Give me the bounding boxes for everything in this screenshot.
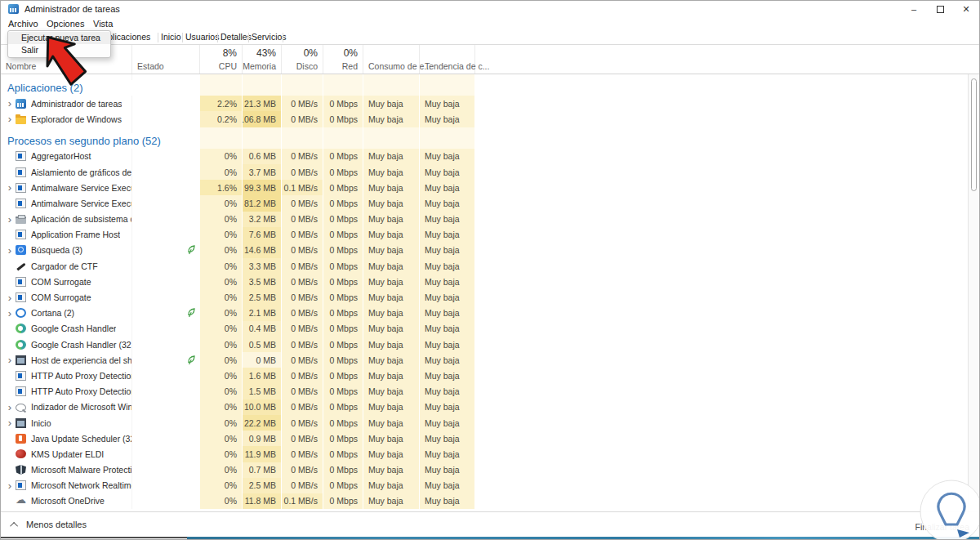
consumo-cell: Muy baja (363, 149, 419, 164)
process-row[interactable]: › COM Surrogate 0% 2.5 MB 0 MB/s 0 Mbps … (1, 289, 969, 305)
expand-chevron-icon[interactable]: › (4, 292, 16, 303)
consumo-cell: Muy baja (363, 227, 419, 243)
process-row[interactable]: › COM Surrogate 0% 3.5 MB 0 MB/s 0 Mbps … (1, 274, 969, 289)
maximize-button[interactable] (927, 1, 953, 17)
close-button[interactable]: ✕ (953, 1, 979, 17)
process-row[interactable]: › Google Crash Handler 0% 0.4 MB 0 MB/s … (1, 321, 969, 337)
scrollbar-thumb[interactable] (971, 78, 977, 191)
expand-chevron-icon[interactable]: › (4, 402, 16, 413)
cpu-cell: 0% (199, 462, 242, 478)
disco-cell: 0 MB/s (281, 111, 323, 127)
expand-chevron-icon[interactable]: › (4, 480, 16, 491)
memoria-cell: 11.9 MB (242, 446, 281, 462)
process-row[interactable]: › Microsoft Malware Protection C... 0% 0… (1, 462, 969, 478)
group-header-row[interactable]: Aplicaciones (2) (1, 80, 969, 96)
vertical-scrollbar[interactable] (968, 74, 978, 511)
task-manager-window: Administrador de tareas – ✕ Archivo Opci… (0, 0, 980, 540)
group-value-cell (242, 80, 281, 96)
process-row[interactable]: › Java Update Scheduler (32 bits) 0% 0.9… (1, 431, 969, 446)
column-tendencia[interactable]: Tendencia de c... (419, 45, 474, 74)
memoria-cell: 10.0 MB (242, 399, 281, 415)
tab-usuarios[interactable]: Usuarios (185, 30, 219, 45)
process-row[interactable]: › Cargador de CTF 0% 3.3 MB 0 MB/s 0 Mbp… (1, 258, 969, 274)
disco-cell: 0 MB/s (281, 415, 323, 431)
process-row[interactable]: › Inicio 0% 22.2 MB 0 MB/s 0 Mbps Muy ba… (1, 415, 969, 431)
red-cell: 0 Mbps (323, 306, 363, 321)
column-memoria[interactable]: 43% Memoria (242, 45, 281, 74)
status-cell (131, 431, 199, 446)
process-row[interactable]: › Host de experiencia del shell de ... 0… (1, 352, 969, 368)
column-estado[interactable]: Estado (131, 45, 199, 74)
process-row[interactable]: › Antimalware Service Executable 1.6% 99… (1, 180, 969, 195)
status-cell (131, 478, 199, 493)
menu-item-salir[interactable]: Salir (8, 44, 110, 56)
expand-chevron-icon[interactable]: › (4, 114, 16, 124)
tab-servicios[interactable]: Servicios (252, 30, 287, 45)
expand-chevron-icon[interactable]: › (4, 308, 16, 319)
disco-cell: 0 MB/s (281, 243, 323, 258)
tab-detalles[interactable]: Detalles (220, 30, 252, 45)
consumo-cell: Muy baja (363, 243, 419, 258)
end-task-button[interactable]: Finalizar tarea (915, 522, 969, 532)
minimize-button[interactable]: – (901, 1, 927, 17)
disco-cell: 0 MB/s (281, 258, 323, 274)
cpu-cell: 0% (199, 149, 242, 164)
cpu-cell: 0% (199, 352, 242, 368)
process-row[interactable]: › AggregatorHost 0% 0.6 MB 0 MB/s 0 Mbps… (1, 149, 969, 164)
disco-total-pct: 0% (304, 47, 318, 59)
winapp-icon (16, 371, 26, 381)
process-row[interactable]: › HTTP Auto Proxy Detection Wor... 0% 1.… (1, 384, 969, 399)
less-details-toggle[interactable]: Menos detalles (12, 520, 87, 529)
tendencia-cell: Muy baja (419, 258, 474, 274)
process-row[interactable]: › Application Frame Host 0% 7.6 MB 0 MB/… (1, 227, 969, 243)
process-row[interactable]: › Administrador de tareas 2.2% 21.3 MB 0… (1, 96, 969, 111)
menu-archivo[interactable]: Archivo (5, 17, 42, 30)
disco-cell: 0 MB/s (281, 368, 323, 383)
process-name: Antimalware Service Executable... (31, 199, 131, 208)
consumo-cell: Muy baja (363, 258, 419, 274)
cpu-cell: 0% (199, 289, 242, 305)
process-row[interactable]: › KMS Updater ELDI 0% 11.9 MB 0 MB/s 0 M… (1, 446, 969, 462)
menu-item-ejecutar-nueva-tarea[interactable]: Ejecutar nueva tarea (8, 32, 110, 44)
process-row[interactable]: › Cortana (2) 0% 2.1 MB 0 MB/s 0 Mbps Mu… (1, 306, 969, 321)
column-red[interactable]: 0% Red (323, 45, 363, 74)
column-cpu[interactable]: 8% CPU (199, 45, 242, 74)
column-estado-label: Estado (137, 61, 164, 71)
process-name: AggregatorHost (31, 151, 91, 161)
expand-chevron-icon[interactable]: › (4, 245, 16, 256)
cpu-cell: 0% (199, 415, 242, 431)
red-cell: 0 Mbps (323, 212, 363, 227)
process-row[interactable]: › Explorador de Windows 0.2% 106.8 MB 0 … (1, 111, 969, 127)
process-row[interactable]: › Antimalware Service Executable... 0% 8… (1, 195, 969, 211)
process-row[interactable]: › Microsoft OneDrive 0% 11.8 MB 0.1 MB/s… (1, 493, 969, 509)
expand-chevron-icon[interactable]: › (4, 417, 16, 428)
process-row[interactable]: › Indizador de Microsoft Window... 0% 10… (1, 399, 969, 415)
status-cell (131, 164, 199, 180)
memoria-cell: 0.6 MB (242, 149, 281, 164)
process-row[interactable]: › Microsoft Network Realtime Ins... 0% 2… (1, 478, 969, 493)
row-filler (474, 337, 969, 352)
group-header-row[interactable]: Procesos en segundo plano (52) (1, 133, 969, 149)
expand-chevron-icon[interactable]: › (4, 182, 16, 193)
memoria-cell: 22.2 MB (242, 415, 281, 431)
menu-vista[interactable]: Vista (90, 17, 116, 30)
tab-inicio[interactable]: Inicio (161, 30, 181, 45)
process-name-cell: › Antimalware Service Executable... (1, 195, 131, 211)
process-row[interactable]: › Aislamiento de gráficos de disp... 0% … (1, 164, 969, 180)
consumo-cell: Muy baja (363, 306, 419, 321)
process-row[interactable]: › Aplicación de subsistema de cola 0% 3.… (1, 212, 969, 227)
menu-opciones[interactable]: Opciones (43, 17, 87, 30)
column-consumo[interactable]: Consumo de e... (363, 45, 419, 74)
tendencia-cell: Muy baja (419, 462, 474, 478)
expand-chevron-icon[interactable]: › (4, 355, 16, 365)
process-row[interactable]: › Búsqueda (3) 0% 14.6 MB 0 MB/s 0 Mbps … (1, 243, 969, 258)
folder-icon (16, 116, 26, 124)
expand-chevron-icon[interactable]: › (4, 98, 16, 109)
process-row[interactable]: › HTTP Auto Proxy Detection Wor... 0% 1.… (1, 368, 969, 383)
group-value-cell (281, 80, 323, 96)
process-name-cell: › KMS Updater ELDI (1, 446, 131, 462)
process-row[interactable]: › Google Crash Handler (32 bits) 0% 0.5 … (1, 337, 969, 352)
cpu-cell: 0% (199, 431, 242, 446)
expand-chevron-icon[interactable]: › (4, 214, 16, 225)
column-disco[interactable]: 0% Disco (281, 45, 323, 74)
